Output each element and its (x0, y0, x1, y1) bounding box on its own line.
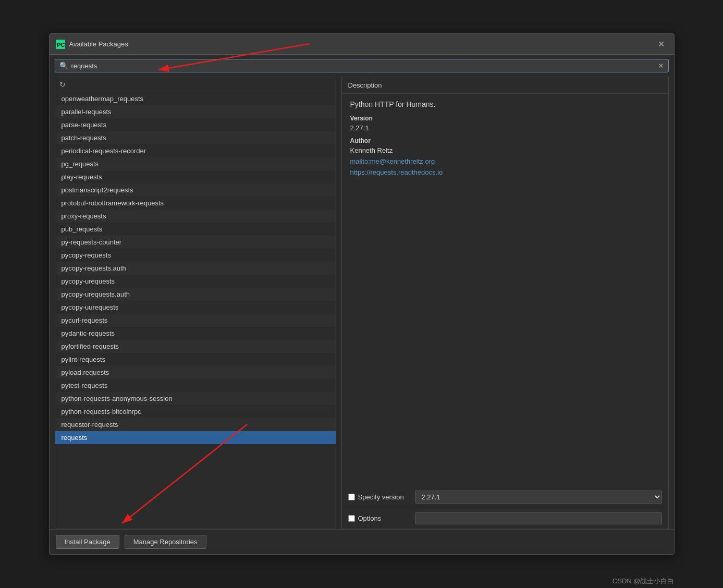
watermark: CSDN @战士小白白 (612, 577, 675, 586)
list-item[interactable]: requests (55, 431, 336, 444)
search-icon: 🔍 (59, 62, 68, 70)
title-bar: PC Available Packages ✕ (50, 34, 674, 55)
list-item[interactable]: pycurl-requests (55, 314, 336, 327)
list-item[interactable]: pg_requests (55, 157, 336, 170)
version-value: 2.27.1 (350, 124, 660, 132)
list-item[interactable]: play-requests (55, 170, 336, 183)
description-header: Description (342, 77, 668, 94)
search-input[interactable] (71, 62, 655, 70)
main-content: ↻ openweathermap_requestsparallel-reques… (55, 77, 669, 529)
options-row: Options (342, 508, 668, 529)
list-item[interactable]: parallel-requests (55, 105, 336, 118)
specify-version-checkbox[interactable] (348, 494, 355, 500)
list-item[interactable]: parse-requests (55, 118, 336, 131)
email-link[interactable]: mailto:me@kennethreitz.org (350, 157, 660, 165)
specify-version-label[interactable]: Specify version (348, 493, 411, 501)
refresh-button[interactable]: ↻ (59, 80, 66, 89)
install-button[interactable]: Install Package (56, 535, 119, 549)
list-item[interactable]: openweathermap_requests (55, 92, 336, 105)
svg-text:PC: PC (57, 42, 65, 48)
package-list: openweathermap_requestsparallel-requests… (55, 92, 336, 529)
refresh-row: ↻ (55, 77, 336, 92)
list-item[interactable]: requestor-requests (55, 418, 336, 431)
list-item[interactable]: pycopy-urequests.auth (55, 288, 336, 301)
list-item[interactable]: protobuf-robotframework-requests (55, 197, 336, 210)
description-text: Python HTTP for Humans. (350, 100, 660, 108)
list-item[interactable]: pycopy-urequests (55, 275, 336, 288)
list-item[interactable]: periodical-requests-recorder (55, 144, 336, 157)
list-item[interactable]: pycopy-uurequests (55, 301, 336, 314)
list-item[interactable]: py-requests-counter (55, 236, 336, 249)
list-item[interactable]: pytest-requests (55, 379, 336, 392)
version-select[interactable]: 2.27.1 (415, 491, 662, 504)
pycharm-icon: PC (56, 40, 65, 49)
manage-repos-button[interactable]: Manage Repositories (125, 535, 206, 549)
list-item[interactable]: pub_requests (55, 223, 336, 236)
author-value: Kenneth Reitz (350, 146, 660, 154)
options-checkbox[interactable] (348, 515, 355, 522)
list-item[interactable]: python-requests-anonymous-session (55, 392, 336, 405)
list-item[interactable]: pycopy-requests (55, 249, 336, 262)
specify-version-row: Specify version 2.27.1 (342, 486, 668, 508)
author-label: Author (350, 137, 660, 144)
right-panel: Description Python HTTP for Humans. Vers… (341, 77, 669, 529)
left-panel: ↻ openweathermap_requestsparallel-reques… (55, 77, 336, 529)
options-label[interactable]: Options (348, 514, 411, 522)
options-input[interactable] (415, 512, 662, 524)
version-label: Version (350, 115, 660, 122)
search-bar: 🔍 ✕ (55, 59, 669, 72)
list-item[interactable]: proxy-requests (55, 210, 336, 223)
docs-link[interactable]: https://requests.readthedocs.io (350, 168, 660, 176)
list-item[interactable]: pyload.requests (55, 366, 336, 379)
list-item[interactable]: python-requests-bitcoinrpc (55, 405, 336, 418)
list-item[interactable]: pydantic-requests (55, 327, 336, 340)
description-body: Python HTTP for Humans. Version 2.27.1 A… (342, 94, 668, 486)
list-item[interactable]: patch-requests (55, 131, 336, 144)
list-item[interactable]: pyfortified-requests (55, 340, 336, 353)
list-item[interactable]: pylint-requests (55, 353, 336, 366)
list-item[interactable]: postmanscript2requests (55, 183, 336, 197)
footer: Install Package Manage Repositories (50, 529, 674, 554)
window-title: Available Packages (69, 40, 128, 48)
list-item[interactable]: pycopy-requests.auth (55, 262, 336, 275)
close-button[interactable]: ✕ (655, 38, 668, 50)
search-clear-button[interactable]: ✕ (658, 62, 664, 70)
